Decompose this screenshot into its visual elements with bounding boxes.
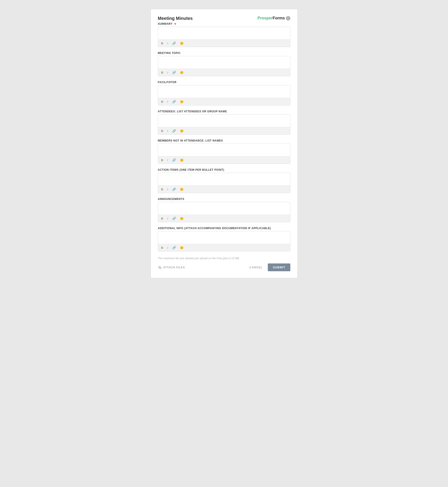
rich-text-field-attendees: BI🔗🙂 (158, 114, 290, 135)
toolbar-announcements: BI🔗🙂 (158, 215, 290, 222)
emoji-button-meeting_topic[interactable]: 🙂 (179, 71, 184, 75)
toolbar-facilitator: BI🔗🙂 (158, 98, 290, 105)
rich-text-field-members_not_attendance: BI🔗🙂 (158, 143, 290, 164)
link-button-announcements[interactable]: 🔗 (171, 216, 177, 221)
toolbar-action_items: BI🔗🙂 (158, 185, 290, 193)
italic-button-action_items[interactable]: I (166, 187, 169, 191)
link-button-meeting_topic[interactable]: 🔗 (171, 70, 177, 75)
bold-button-facilitator[interactable]: B (160, 100, 164, 104)
emoji-button-members_not_attendance[interactable]: 🙂 (179, 158, 184, 162)
label-meeting_topic: MEETING TOPIC (158, 51, 290, 55)
file-size-note: The maximum file size allowed per upload… (158, 257, 290, 260)
toolbar-attendees: BI🔗🙂 (158, 127, 290, 134)
bold-button-action_items[interactable]: B (160, 187, 164, 191)
field-meeting_topic: MEETING TOPICBI🔗🙂 (158, 51, 290, 76)
field-attendees: ATTENDEES: LIST ATTENDEES OR GROUP NAMEB… (158, 110, 290, 135)
label-additional_info: ADDITIONAL INFO (ATTACH ACCOMPANYING DOC… (158, 227, 290, 230)
emoji-button-additional_info[interactable]: 🙂 (179, 246, 184, 250)
brand-logo: ProsperForms (257, 16, 285, 21)
emoji-button-summary[interactable]: 🙂 (179, 41, 184, 46)
emoji-button-facilitator[interactable]: 🙂 (179, 100, 184, 104)
link-button-attendees[interactable]: 🔗 (171, 129, 177, 133)
italic-button-facilitator[interactable]: I (166, 100, 169, 104)
field-announcements: ANNOUNCEMENTSBI🔗🙂 (158, 197, 290, 222)
paperclip-icon: 📎 (158, 266, 162, 269)
label-members_not_attendance: MEMBERS NOT IN ATTENDANCE: LIST NAMES (158, 139, 290, 142)
textarea-meeting_topic[interactable] (158, 56, 290, 68)
rich-text-field-announcements: BI🔗🙂 (158, 202, 290, 222)
required-indicator: ★ (173, 22, 177, 25)
cancel-button[interactable]: CANCEL (247, 264, 265, 271)
field-action_items: ACTION ITEMS (ONE ITEM PER BULLET POINT)… (158, 168, 290, 193)
right-actions: CANCEL SUBMIT (247, 263, 290, 271)
brand-forms: Forms (272, 16, 285, 21)
rich-text-field-facilitator: BI🔗🙂 (158, 85, 290, 105)
submit-button[interactable]: SUBMIT (268, 263, 290, 271)
rich-text-field-action_items: BI🔗🙂 (158, 173, 290, 193)
textarea-announcements[interactable] (158, 202, 290, 214)
toolbar-additional_info: BI🔗🙂 (158, 244, 290, 251)
bold-button-attendees[interactable]: B (160, 129, 164, 133)
footer-area: The maximum file size allowed per upload… (158, 257, 290, 271)
label-facilitator: FACILITATOR (158, 81, 290, 84)
label-summary: SUMMARY ★ (158, 22, 290, 25)
toolbar-summary: BI🔗🙂 (158, 39, 290, 47)
link-button-summary[interactable]: 🔗 (171, 41, 177, 46)
label-announcements: ANNOUNCEMENTS (158, 197, 290, 201)
italic-button-announcements[interactable]: I (166, 216, 169, 221)
fields-container: SUMMARY ★BI🔗🙂MEETING TOPICBI🔗🙂FACILITATO… (158, 22, 290, 251)
bold-button-additional_info[interactable]: B (160, 246, 164, 250)
rich-text-field-meeting_topic: BI🔗🙂 (158, 56, 290, 76)
toolbar-meeting_topic: BI🔗🙂 (158, 69, 290, 76)
label-action_items: ACTION ITEMS (ONE ITEM PER BULLET POINT) (158, 168, 290, 171)
rich-text-field-additional_info: BI🔗🙂 (158, 231, 290, 251)
italic-button-members_not_attendance[interactable]: I (166, 158, 169, 162)
bold-button-summary[interactable]: B (160, 41, 164, 46)
toolbar-members_not_attendance: BI🔗🙂 (158, 156, 290, 164)
bold-button-members_not_attendance[interactable]: B (160, 158, 164, 162)
textarea-summary[interactable] (158, 27, 290, 39)
attach-files-button[interactable]: 📎 ATTACH FILES (158, 266, 185, 269)
link-button-facilitator[interactable]: 🔗 (171, 99, 177, 104)
footer-actions: 📎 ATTACH FILES CANCEL SUBMIT (158, 263, 290, 271)
italic-button-attendees[interactable]: I (166, 129, 169, 133)
label-attendees: ATTENDEES: LIST ATTENDEES OR GROUP NAME (158, 110, 290, 113)
textarea-facilitator[interactable] (158, 85, 290, 97)
italic-button-meeting_topic[interactable]: I (166, 71, 169, 75)
bold-button-announcements[interactable]: B (160, 216, 164, 221)
bold-button-meeting_topic[interactable]: B (160, 71, 164, 75)
field-additional_info: ADDITIONAL INFO (ATTACH ACCOMPANYING DOC… (158, 227, 290, 251)
form-title: Meeting Minutes (158, 16, 193, 21)
emoji-button-announcements[interactable]: 🙂 (179, 216, 184, 221)
textarea-action_items[interactable] (158, 173, 290, 185)
field-summary: SUMMARY ★BI🔗🙂 (158, 22, 290, 47)
brand-area: ProsperForms × (257, 16, 290, 21)
rich-text-field-summary: BI🔗🙂 (158, 27, 290, 47)
italic-button-additional_info[interactable]: I (166, 246, 169, 250)
form-header: Meeting Minutes ProsperForms × (158, 16, 290, 21)
link-button-action_items[interactable]: 🔗 (171, 187, 177, 191)
form-container: Meeting Minutes ProsperForms × SUMMARY ★… (151, 9, 298, 278)
link-button-additional_info[interactable]: 🔗 (171, 245, 177, 250)
link-button-members_not_attendance[interactable]: 🔗 (171, 158, 177, 162)
italic-button-summary[interactable]: I (166, 41, 169, 46)
field-facilitator: FACILITATORBI🔗🙂 (158, 81, 290, 105)
textarea-additional_info[interactable] (158, 231, 290, 243)
close-button[interactable]: × (286, 16, 290, 21)
field-members_not_attendance: MEMBERS NOT IN ATTENDANCE: LIST NAMESBI🔗… (158, 139, 290, 164)
textarea-members_not_attendance[interactable] (158, 144, 290, 155)
textarea-attendees[interactable] (158, 115, 290, 126)
emoji-button-action_items[interactable]: 🙂 (179, 187, 184, 191)
emoji-button-attendees[interactable]: 🙂 (179, 129, 184, 133)
brand-prosper: Prosper (257, 16, 272, 21)
